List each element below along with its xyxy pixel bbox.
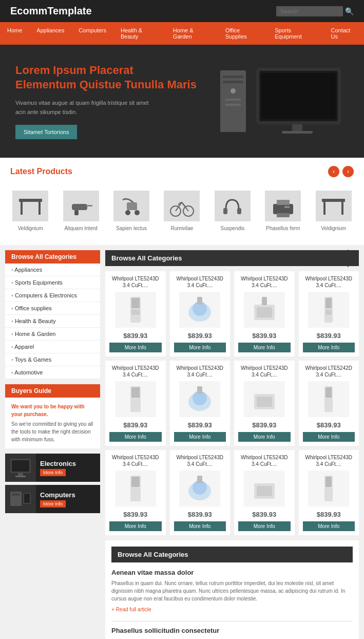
sidebar-item-sports[interactable]: Sports Equipments [5,276,100,289]
sidebar-item-toys[interactable]: Toys & Games [5,353,100,366]
product-btn-8[interactable]: More Info [303,432,355,442]
nav-home[interactable]: Home [0,22,29,45]
product-price-6: $839.93 [174,421,226,429]
blog-readmore-1[interactable]: + Read full article [111,607,151,612]
latest-products-header: Latest Products ‹ › [10,166,354,177]
product-card-4: Whirlpool LTE5243D 3.4 CuFt.... $839.93 … [299,271,359,356]
product-thumb-label-4: Rumivilae [171,225,194,231]
svg-rect-49 [325,298,332,308]
product-card-9: Whirlpool LTE5243D 3.4 CuFt.... $839.93 … [105,450,166,535]
product-thumb-img-1 [12,191,48,221]
product-price-5: $839.93 [109,421,162,429]
product-thumb-img-3 [113,191,149,221]
svg-point-17 [125,210,130,215]
product-price-1: $839.93 [109,332,162,340]
svg-rect-25 [277,200,290,205]
blog-section: Browse All Categories Aenean vitae massa… [105,540,359,639]
promo-computers-btn[interactable]: More Info [40,500,66,508]
promo-computers-image [5,485,36,513]
svg-rect-24 [273,204,293,214]
product-thumb-4: Rumivilae [164,191,200,232]
prev-arrow[interactable]: ‹ [328,166,339,177]
product-btn-1[interactable]: More Info [109,343,162,352]
product-thumb-6: Phasellus ferm [265,191,301,232]
svg-rect-22 [223,208,227,214]
sidebar-item-apparel[interactable]: Apparel [5,341,100,353]
sidebar-item-health[interactable]: Health & Beauty [5,315,100,328]
latest-products-title: Latest Products [10,167,72,176]
product-thumb-2: Aliquam Interd [63,191,99,232]
svg-rect-34 [15,476,26,477]
search-icon[interactable]: 🔍 [345,7,354,15]
product-thumb-1: Veldignium [12,191,48,232]
nav-office-supplies[interactable]: Office Supplies [218,22,268,45]
site-logo: EcommTemplate [10,5,92,17]
product-title-8: Whirlpool LTE5242D 3.4 CuFt.... [303,365,355,378]
sidebar-item-appliances[interactable]: Appliances [5,264,100,276]
product-btn-7[interactable]: More Info [238,432,291,442]
nav-health-beauty[interactable]: Health & Beauty [113,22,166,45]
sidebar-item-automotive[interactable]: Automotive [5,366,100,379]
product-btn-9[interactable]: More Info [109,521,162,531]
promo-electronics-image [5,454,36,482]
svg-rect-28 [322,199,345,202]
sidebar-item-computers[interactable]: Computers & Electronics [5,289,100,302]
svg-rect-52 [131,387,140,398]
next-arrow[interactable]: › [342,166,354,177]
svg-rect-16 [74,210,79,215]
site-header: EcommTemplate 🔍 [0,0,364,22]
blog-article-1: Aenean vitae massa dolor Phasellus in qu… [111,569,353,613]
product-btn-4[interactable]: More Info [303,343,355,352]
svg-rect-55 [197,386,202,394]
product-btn-12[interactable]: More Info [303,521,355,531]
product-thumb-7: Veldignium [316,191,352,232]
svg-point-18 [135,210,140,215]
product-title-6: Whirlpool LTE5243D 3.4 CuFt.... [174,365,226,378]
product-grid-section: Browse All Categories Whirlpool LTE5243D… [100,250,359,639]
product-title-10: Whirlpool LTE5243D 3.4 CuFt.... [174,454,226,467]
browse-categories-label: Browse All Categories [5,250,100,264]
svg-rect-59 [325,387,332,398]
product-title-4: Whirlpool LTE5243D 3.4 CuFt.... [303,275,355,289]
product-title-7: Whirlpool LTE5243D 3.4 CuFt.... [238,365,291,378]
product-thumb-img-7 [316,191,352,221]
svg-point-21 [183,206,194,216]
buyers-guide-highlight: We want you to be happy with your purcha… [11,403,94,418]
product-btn-10[interactable]: More Info [174,521,226,531]
svg-rect-5 [225,104,241,106]
product-card-3: Whirlpool LTE5243D 3.4 CuFt.... $839.93 … [234,271,295,356]
product-thumb-3: Sapien lectus [113,191,149,232]
sidebar-item-office[interactable]: Office supplies [5,302,100,315]
svg-rect-33 [18,473,23,476]
product-btn-2[interactable]: More Info [174,343,226,352]
product-img-10 [179,471,220,506]
blog-title-2: Phasellus sollicitudin consectetur [111,627,353,634]
buyers-guide-body: So we're committed to giving you all the… [11,421,93,442]
product-card-10: Whirlpool LTE5243D 3.4 CuFt.... $839.93 … [170,450,231,535]
hero-cta-button[interactable]: Sitamet Tortorions [15,125,77,139]
product-btn-5[interactable]: More Info [109,432,162,442]
nav-home-garden[interactable]: Home & Garden [166,22,218,45]
blog-article-2: Phasellus sollicitudin consectetur Cras … [111,627,353,639]
search-input[interactable] [276,6,343,16]
hero-text: Lorem Ipsum Placerat Elementum Quistue T… [15,63,210,139]
product-img-11 [244,471,285,506]
sidebar-item-home-garden[interactable]: Home & Garden [5,328,100,341]
nav-appliances[interactable]: Appliances [29,22,71,45]
product-thumb-img-4 [164,191,200,221]
product-price-2: $839.93 [174,332,226,340]
nav-contact[interactable]: Contact Us [323,22,364,45]
promo-computers-title: Computers [40,491,96,499]
promo-electronics-btn[interactable]: More Info [40,469,66,476]
product-img-3 [244,292,285,328]
nav-computers[interactable]: Computers [71,22,113,45]
nav-sports-equipment[interactable]: Sports Equipment [267,22,323,45]
product-btn-11[interactable]: More Info [238,521,291,531]
svg-point-3 [231,88,236,93]
product-btn-6[interactable]: More Info [174,432,226,442]
product-thumb-5: Suspendis [215,191,251,232]
product-btn-3[interactable]: More Info [238,343,291,352]
blog-body-1: Phasellus in quam dui. Nunc ornare, tell… [111,579,353,603]
product-card-5: Whirlpool LTE5243D 3.4 CuFt.... $839.93 … [105,361,166,446]
product-thumb-img-2 [63,191,99,221]
